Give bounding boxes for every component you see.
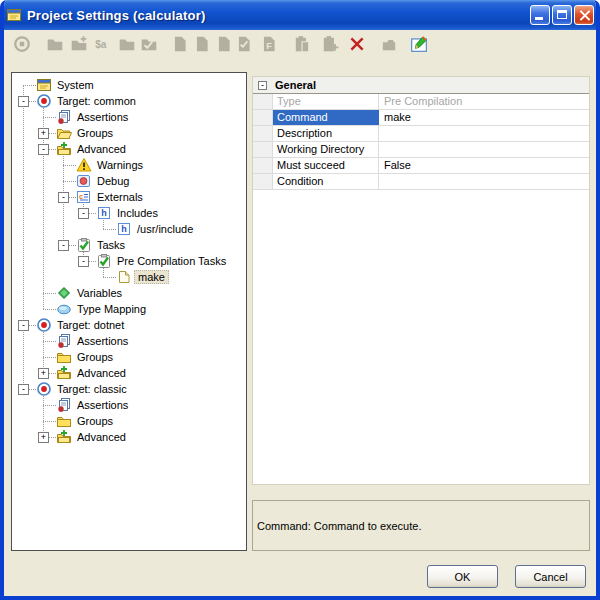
tasks-icon <box>76 237 92 253</box>
folder-closed-icon <box>56 349 72 365</box>
property-label[interactable]: Description <box>273 126 379 141</box>
tree-item-type-mapping[interactable]: Type Mapping <box>12 301 246 317</box>
tree-item-label[interactable]: Pre Compilation Tasks <box>114 254 229 268</box>
target-icon <box>36 317 52 333</box>
tree-item-label[interactable]: Target: dotnet <box>54 318 127 332</box>
ok-button[interactable]: OK <box>427 565 498 588</box>
toolbar-delete-button[interactable] <box>345 33 369 57</box>
tree-item-label[interactable]: Target: classic <box>54 382 130 396</box>
tree-item-label[interactable]: Externals <box>94 190 146 204</box>
toolbar: $aF <box>4 30 596 64</box>
maximize-icon <box>557 10 567 19</box>
tree-item-pre-compilation-tasks[interactable]: -Pre Compilation Tasks <box>12 253 246 269</box>
app-icon <box>6 7 22 23</box>
tree-item-target-common[interactable]: -Target: common <box>12 93 246 109</box>
property-row-command[interactable]: Commandmake <box>253 110 589 126</box>
collapse-toggle[interactable]: - <box>18 320 29 331</box>
property-row-gutter <box>253 142 273 157</box>
tree-item-tasks[interactable]: -Tasks <box>12 237 246 253</box>
property-label[interactable]: Condition <box>273 174 379 189</box>
tree-item-label[interactable]: System <box>54 78 97 92</box>
property-row-type[interactable]: TypePre Compilation <box>253 94 589 110</box>
toolbar-import-button <box>377 33 401 57</box>
tree-item-externals[interactable]: -cExternals <box>12 189 246 205</box>
tree-item-target-dotnet[interactable]: -Target: dotnet <box>12 317 246 333</box>
tree-item-label[interactable]: Debug <box>94 174 132 188</box>
target-icon <box>36 381 52 397</box>
tree-item-label[interactable]: make <box>134 270 169 284</box>
tree-item-label[interactable]: Tasks <box>94 238 128 252</box>
tree-item-label[interactable]: Advanced <box>74 366 129 380</box>
paste-icon <box>293 35 311 56</box>
window-title: Project Settings (calculator) <box>27 8 526 23</box>
tree-item-label[interactable]: Target: common <box>54 94 139 108</box>
tree-item-label[interactable]: Includes <box>114 206 161 220</box>
tree-item-make[interactable]: make <box>12 269 246 285</box>
tree-item-groups[interactable]: +Groups <box>12 125 246 141</box>
tree-item-usr-include[interactable]: h/usr/include <box>12 221 246 237</box>
collapse-toggle[interactable]: - <box>58 192 69 203</box>
tree-item-assertions[interactable]: Assertions <box>12 109 246 125</box>
tree-item-label[interactable]: Warnings <box>94 158 146 172</box>
tree-item-label[interactable]: Assertions <box>74 110 131 124</box>
toolbar-edit-button[interactable] <box>407 33 431 57</box>
tree-item-label[interactable]: Groups <box>74 414 116 428</box>
property-value[interactable]: Pre Compilation <box>379 94 589 109</box>
property-value[interactable] <box>379 174 589 189</box>
expand-toggle[interactable]: + <box>38 128 49 139</box>
collapse-toggle[interactable]: - <box>58 240 69 251</box>
page-icon <box>116 269 132 285</box>
advanced-icon <box>56 429 72 445</box>
property-row-working-directory[interactable]: Working Directory <box>253 142 589 158</box>
tree-item-label[interactable]: Assertions <box>74 398 131 412</box>
property-label[interactable]: Type <box>273 94 379 109</box>
tree-item-label[interactable]: Groups <box>74 350 116 364</box>
tree-item-label[interactable]: Type Mapping <box>74 302 149 316</box>
project-settings-window: Project Settings (calculator) $aF System… <box>0 0 600 600</box>
collapse-toggle[interactable]: - <box>18 384 29 395</box>
collapse-toggle[interactable]: - <box>78 256 89 267</box>
tree-item-label[interactable]: Assertions <box>74 334 131 348</box>
property-label[interactable]: Must succeed <box>273 158 379 173</box>
property-label[interactable]: Working Directory <box>273 142 379 157</box>
collapse-toggle[interactable]: - <box>18 96 29 107</box>
tree-item-advanced[interactable]: -Advanced <box>12 141 246 157</box>
tree-item-groups[interactable]: Groups <box>12 349 246 365</box>
tree-item-groups[interactable]: Groups <box>12 413 246 429</box>
property-value[interactable]: make <box>379 110 589 125</box>
property-row-gutter <box>253 94 273 109</box>
property-value[interactable] <box>379 142 589 157</box>
tree-item-label[interactable]: Advanced <box>74 430 129 444</box>
tree-item-debug[interactable]: Debug <box>12 173 246 189</box>
tree-item-target-classic[interactable]: -Target: classic <box>12 381 246 397</box>
expand-toggle[interactable]: + <box>38 432 49 443</box>
tree-item-system[interactable]: System <box>12 77 246 93</box>
cancel-button[interactable]: Cancel <box>515 565 586 588</box>
svg-text:h: h <box>121 224 127 234</box>
tree-item-advanced[interactable]: +Advanced <box>12 429 246 445</box>
folder-add-icon <box>70 35 88 56</box>
tree-item-label[interactable]: Variables <box>74 286 125 300</box>
tree-item-label[interactable]: Groups <box>74 126 116 140</box>
maximize-button[interactable] <box>552 5 572 25</box>
property-row-condition[interactable]: Condition <box>253 174 589 190</box>
property-value[interactable] <box>379 126 589 141</box>
tree-item-variables[interactable]: Variables <box>12 285 246 301</box>
expand-toggle[interactable]: + <box>38 368 49 379</box>
collapse-toggle[interactable]: - <box>38 144 49 155</box>
property-row-description[interactable]: Description <box>253 126 589 142</box>
tree-item-warnings[interactable]: Warnings <box>12 157 246 173</box>
close-button[interactable] <box>574 5 594 25</box>
tree-item-label[interactable]: Advanced <box>74 142 129 156</box>
tree-item-assertions[interactable]: Assertions <box>12 397 246 413</box>
minimize-button[interactable] <box>530 5 550 25</box>
tree-item-label[interactable]: /usr/include <box>134 222 196 236</box>
property-label[interactable]: Command <box>273 110 379 125</box>
collapse-category-button[interactable]: - <box>258 81 267 90</box>
tree-item-assertions[interactable]: Assertions <box>12 333 246 349</box>
tree-item-includes[interactable]: -hIncludes <box>12 205 246 221</box>
property-row-must-succeed[interactable]: Must succeedFalse <box>253 158 589 174</box>
property-value[interactable]: False <box>379 158 589 173</box>
tree-item-advanced[interactable]: +Advanced <box>12 365 246 381</box>
collapse-toggle[interactable]: - <box>78 208 89 219</box>
